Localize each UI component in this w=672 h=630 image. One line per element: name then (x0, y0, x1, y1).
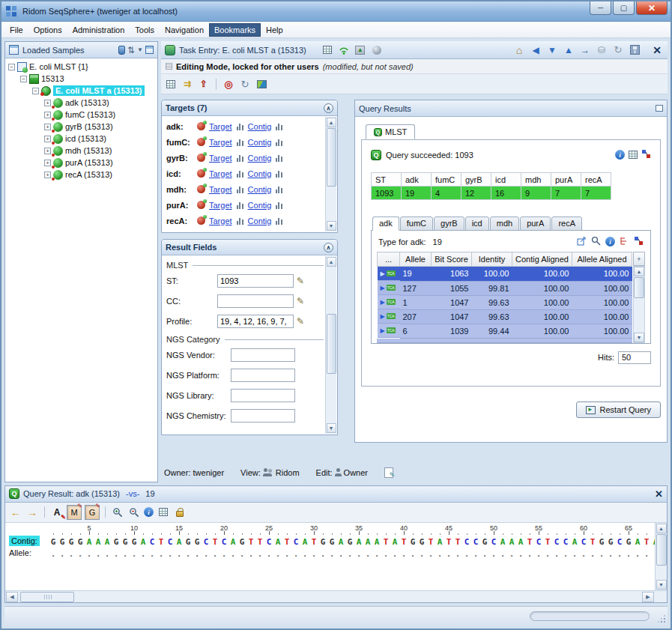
contig-trace-icon[interactable] (275, 169, 283, 178)
zoom-out-icon[interactable] (127, 506, 141, 519)
table-view-icon[interactable] (629, 151, 638, 159)
snapshot-icon[interactable] (257, 80, 267, 88)
targets-scrollbar[interactable]: ▲ ▼ (325, 117, 336, 231)
menu-item-tools[interactable]: Tools (130, 23, 160, 37)
st-column-header[interactable]: adk (402, 173, 432, 187)
tree-item[interactable]: +icd (15313) (5, 133, 157, 145)
result-fields-scrollbar[interactable]: ▲ ▼ (325, 256, 336, 434)
tree-item[interactable]: +adk (15313) (5, 97, 157, 109)
allele-row[interactable]: ▶TCA191063100.00100.00100.00 (378, 267, 632, 282)
contig-row-label[interactable]: Contig: (9, 536, 40, 546)
info-icon[interactable]: i (615, 150, 625, 160)
target-trace-icon[interactable] (236, 216, 244, 225)
result-fields-header[interactable]: Result Fields ∧ (162, 240, 337, 255)
target-crosshair-icon[interactable]: ◎ (222, 77, 235, 91)
gap-toggle-button[interactable]: G (85, 505, 100, 520)
target-link[interactable]: Target (209, 216, 232, 225)
edit-base-icon[interactable]: A (50, 506, 64, 519)
st-column-header[interactable]: gyrB (461, 173, 491, 187)
target-link[interactable]: Target (209, 122, 232, 131)
ngs-field-input[interactable] (231, 369, 295, 382)
st-result-cell[interactable]: 19 (402, 187, 432, 200)
contig-trace-icon[interactable] (275, 138, 283, 146)
info-icon[interactable]: i (605, 237, 615, 246)
allele-column-header[interactable]: Bit Score (432, 252, 472, 267)
contig-trace-icon[interactable] (275, 216, 283, 225)
close-task-icon[interactable]: ✕ (650, 43, 664, 57)
scroll-up-icon[interactable]: ▲ (327, 257, 336, 267)
restart-query-button[interactable]: Restart Query (576, 402, 661, 418)
result-field-input[interactable] (217, 274, 294, 288)
tab-mlst[interactable]: Q MLST (366, 124, 415, 139)
contig-link[interactable]: Contig (248, 201, 272, 210)
horizontal-scrollbar[interactable]: ◀ ▶ (5, 590, 667, 602)
send-results-icon[interactable] (641, 149, 651, 160)
alignment-vertical-scrollbar[interactable]: ▲ ▼ (655, 523, 667, 590)
upload-icon[interactable]: ▲ (355, 46, 365, 55)
target-trace-icon[interactable] (236, 154, 244, 162)
tree-expander-icon[interactable]: − (8, 64, 15, 70)
allele-scrollbar[interactable]: ▲ ▼ (633, 266, 645, 343)
allele-column-header[interactable]: Identity (472, 252, 512, 267)
gene-tab-purA[interactable]: purA (520, 216, 551, 231)
save-icon[interactable] (630, 45, 640, 55)
target-trace-icon[interactable] (236, 169, 244, 178)
zoom-in-icon[interactable] (111, 506, 124, 519)
magnifier-icon[interactable] (591, 236, 601, 247)
allele-column-header[interactable]: ... (378, 252, 400, 267)
menu-item-options[interactable]: Options (28, 23, 67, 37)
tree-expander-icon[interactable]: + (44, 160, 51, 166)
lock-icon[interactable] (176, 511, 184, 517)
sort-icon[interactable]: ⇅ (127, 46, 135, 55)
cluster-tree-icon[interactable] (620, 236, 629, 247)
tree-expander-icon[interactable]: + (44, 112, 51, 118)
contig-trace-icon[interactable] (275, 154, 283, 162)
ngs-field-input[interactable] (231, 409, 295, 422)
st-column-header[interactable]: mdh (521, 173, 551, 187)
forward-icon[interactable]: → (578, 43, 592, 57)
contig-link[interactable]: Contig (248, 138, 272, 147)
minimize-button[interactable]: ─ (590, 1, 611, 15)
contig-trace-icon[interactable] (275, 185, 283, 193)
tree-item[interactable]: +mdh (15313) (5, 145, 157, 157)
refresh-icon[interactable]: ↻ (611, 43, 625, 57)
target-trace-icon[interactable] (236, 201, 244, 209)
contig-link[interactable]: Contig (248, 216, 272, 225)
tree-expander-icon[interactable]: + (44, 136, 51, 142)
edit-pencil-icon[interactable]: ✎ (297, 276, 304, 286)
ngs-field-input[interactable] (231, 348, 295, 362)
database-icon[interactable] (118, 46, 125, 55)
scrollbar-thumb[interactable] (20, 592, 74, 602)
contig-link[interactable]: Contig (248, 169, 272, 178)
back-icon[interactable]: ◀ (529, 43, 542, 57)
close-alignment-icon[interactable]: ✕ (655, 488, 663, 500)
scroll-up-icon[interactable]: ▲ (327, 118, 336, 127)
restore-panel-icon[interactable] (656, 105, 663, 112)
sphere-icon[interactable] (372, 46, 381, 55)
st-column-header[interactable]: purA (551, 173, 581, 187)
tree-item[interactable]: −15313 (5, 73, 157, 85)
trace-table-icon[interactable] (159, 508, 168, 516)
target-link[interactable]: Target (209, 154, 232, 163)
scroll-down-icon[interactable]: ▼ (327, 423, 336, 433)
home-icon[interactable]: ⌂ (512, 43, 526, 57)
edit-pencil-icon[interactable]: ✎ (297, 316, 304, 327)
column-config-button[interactable]: + (633, 252, 645, 266)
layout-toggle-icon[interactable] (145, 46, 154, 54)
target-link[interactable]: Target (209, 185, 232, 194)
wifi-icon[interactable] (337, 43, 351, 57)
scroll-up-icon[interactable]: ▲ (634, 267, 644, 276)
contig-trace-icon[interactable] (275, 122, 283, 130)
target-trace-icon[interactable] (236, 122, 244, 130)
edit-note-icon[interactable] (384, 467, 393, 478)
ngs-field-input[interactable] (231, 389, 295, 402)
st-column-header[interactable]: recA (581, 173, 611, 187)
menu-item-administration[interactable]: Administration (67, 23, 130, 37)
next-difference-icon[interactable]: → (25, 506, 39, 519)
allele-row[interactable]: ▶TCA127105599.81100.00100.00 (378, 281, 632, 295)
tree-expander-icon[interactable]: + (44, 172, 51, 178)
mutation-toggle-button[interactable]: M (67, 505, 82, 520)
gene-tab-mdh[interactable]: mdh (490, 216, 519, 231)
contig-link[interactable]: Contig (248, 154, 272, 163)
scroll-right-icon[interactable]: ▶ (642, 592, 654, 602)
